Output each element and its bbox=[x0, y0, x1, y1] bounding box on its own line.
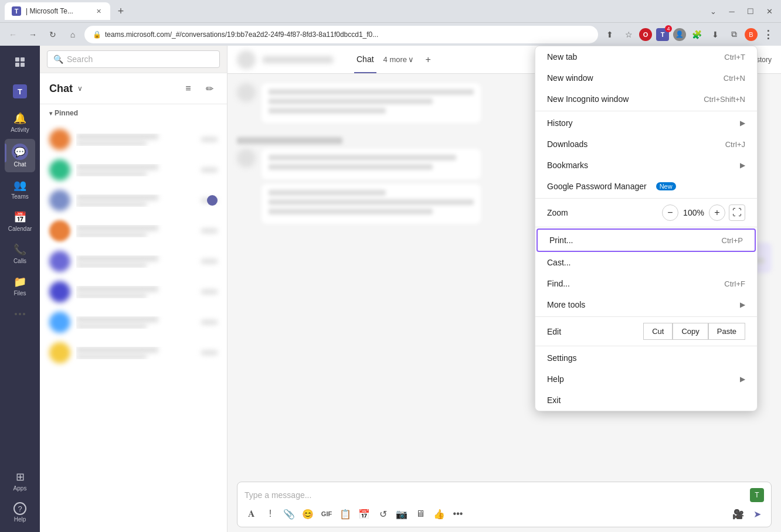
zoom-minus-button[interactable]: − bbox=[662, 204, 678, 221]
chat-item-info bbox=[76, 134, 195, 146]
menu-divider bbox=[535, 227, 757, 227]
puzzle-icon[interactable]: 🧩 bbox=[688, 26, 705, 43]
sidebar-item-teams-logo[interactable]: T bbox=[5, 80, 35, 103]
downloads-item[interactable]: Downloads Ctrl+J bbox=[535, 134, 757, 155]
new-tab-label: New tab bbox=[547, 52, 577, 62]
tab-list-button[interactable]: ⌄ bbox=[706, 4, 720, 18]
restore-button[interactable]: ☐ bbox=[743, 4, 758, 18]
bookmarks-label: Bookmarks bbox=[547, 161, 588, 170]
filter-icon[interactable]: ≡ bbox=[180, 80, 196, 97]
bookmarks-item[interactable]: Bookmarks ▶ bbox=[535, 155, 757, 176]
cut-button[interactable]: Cut bbox=[643, 323, 673, 340]
settings-item[interactable]: Settings bbox=[535, 347, 757, 369]
zoom-plus-button[interactable]: + bbox=[709, 204, 725, 221]
share-screen-icon[interactable]: 🖥 bbox=[413, 507, 427, 521]
close-window-button[interactable]: ✕ bbox=[762, 4, 776, 18]
chat-tab[interactable]: Chat bbox=[354, 46, 376, 73]
share-icon[interactable]: ⬆ bbox=[602, 26, 618, 43]
bookmark-icon[interactable]: ☆ bbox=[620, 26, 637, 43]
find-item[interactable]: Find... Ctrl+F bbox=[535, 273, 757, 294]
new-tab-item[interactable]: New tab Ctrl+T bbox=[535, 46, 757, 67]
sidebar-item-calls[interactable]: 📞 Calls bbox=[5, 238, 35, 269]
chat-item-info bbox=[76, 286, 195, 298]
message-input-area[interactable]: Type a message... T 𝐀 ! 📎 😊 GIF 📋 📅 ↺ 📷 … bbox=[237, 482, 772, 527]
message-line bbox=[269, 190, 386, 196]
address-bar[interactable]: 🔒 teams.microsoft.com/_#/conversations/1… bbox=[84, 26, 598, 43]
sidebar-item-calendar[interactable]: 📅 Calendar bbox=[5, 206, 35, 237]
brave-icon[interactable]: B bbox=[745, 28, 758, 41]
address-bar-row: ← → ↻ ⌂ 🔒 teams.microsoft.com/_#/convers… bbox=[0, 22, 781, 46]
copy-button[interactable]: Copy bbox=[673, 323, 708, 340]
home-button[interactable]: ⌂ bbox=[64, 26, 81, 43]
find-label: Find... bbox=[547, 279, 570, 288]
chat-item-name bbox=[76, 347, 158, 353]
exit-item[interactable]: Exit bbox=[535, 390, 757, 411]
send-button[interactable]: ➤ bbox=[750, 507, 764, 521]
list-item[interactable] bbox=[40, 277, 227, 307]
avatar bbox=[49, 190, 70, 211]
list-item[interactable] bbox=[40, 185, 227, 216]
sidebar-item-apps-launcher[interactable] bbox=[5, 50, 35, 74]
print-item[interactable]: Print... Ctrl+P bbox=[536, 229, 756, 252]
sidebar-item-files[interactable]: 📁 Files bbox=[5, 270, 35, 301]
password-item[interactable]: Google Password Manager New bbox=[535, 176, 757, 197]
zoom-controls: − 100% + ⛶ bbox=[662, 204, 745, 221]
more-tools-item[interactable]: More tools ▶ bbox=[535, 294, 757, 315]
more-options-icon[interactable]: ••• bbox=[451, 507, 465, 521]
forward-button[interactable]: → bbox=[25, 26, 41, 43]
back-button[interactable]: ← bbox=[5, 26, 21, 43]
bookmarks-arrow-icon: ▶ bbox=[740, 161, 745, 169]
list-item[interactable] bbox=[40, 124, 227, 155]
list-item[interactable] bbox=[40, 337, 227, 368]
browser-tab[interactable]: T | Microsoft Te... ✕ bbox=[5, 2, 110, 20]
new-tab-button[interactable]: + bbox=[113, 3, 129, 19]
zoom-expand-button[interactable]: ⛶ bbox=[729, 204, 745, 221]
sidebar-item-help[interactable]: ? Help bbox=[5, 497, 35, 527]
incognito-item[interactable]: New Incognito window Ctrl+Shift+N bbox=[535, 88, 757, 110]
zoom-value: 100% bbox=[682, 208, 705, 217]
alert-icon[interactable]: ! bbox=[263, 507, 277, 521]
opera-icon[interactable]: O bbox=[639, 28, 652, 41]
sidebar-item-apps[interactable]: ⊞ Apps bbox=[5, 465, 35, 496]
list-item[interactable] bbox=[40, 155, 227, 185]
video-icon[interactable]: 📷 bbox=[395, 507, 409, 521]
download-icon[interactable]: ⬇ bbox=[707, 26, 724, 43]
extension-icon[interactable]: 👤 bbox=[673, 28, 686, 41]
message-bubble bbox=[262, 83, 481, 123]
sidebar-item-teams[interactable]: 👥 Teams bbox=[5, 173, 35, 204]
new-window-item[interactable]: New window Ctrl+N bbox=[535, 67, 757, 88]
schedule-icon[interactable]: 📅 bbox=[357, 507, 371, 521]
format-icon[interactable]: 𝐀 bbox=[245, 507, 259, 521]
split-icon[interactable]: ⧉ bbox=[726, 26, 742, 43]
gif-icon[interactable]: GIF bbox=[320, 507, 334, 521]
loop-icon[interactable]: ↺ bbox=[376, 507, 390, 521]
add-tab-button[interactable]: + bbox=[421, 53, 435, 67]
cast-item[interactable]: Cast... bbox=[535, 252, 757, 273]
more-tabs-button[interactable]: 4 more ∨ bbox=[383, 55, 414, 64]
list-item[interactable] bbox=[40, 246, 227, 277]
emoji-icon[interactable]: 😊 bbox=[301, 507, 315, 521]
list-item[interactable] bbox=[40, 216, 227, 246]
camera-icon[interactable]: 🎥 bbox=[731, 507, 745, 521]
tab-close-button[interactable]: ✕ bbox=[94, 6, 103, 16]
sidebar-item-more[interactable] bbox=[5, 302, 35, 326]
chat-item-name bbox=[76, 255, 158, 261]
more-icon bbox=[13, 307, 27, 321]
attach-icon[interactable]: 📎 bbox=[282, 507, 296, 521]
incognito-shortcut: Ctrl+Shift+N bbox=[704, 95, 745, 104]
avatar bbox=[49, 281, 70, 302]
minimize-button[interactable]: ─ bbox=[725, 4, 739, 18]
paste-button[interactable]: Paste bbox=[708, 323, 745, 340]
like-icon[interactable]: 👍 bbox=[432, 507, 446, 521]
reload-button[interactable]: ↻ bbox=[45, 26, 61, 43]
teams-ext-icon[interactable]: T 4 bbox=[654, 26, 671, 43]
sidebar-item-activity[interactable]: 🔔 Activity bbox=[5, 107, 35, 138]
sidebar-item-chat[interactable]: 💬 Chat bbox=[5, 139, 35, 172]
menu-button[interactable]: ⋮ bbox=[760, 26, 776, 43]
new-chat-icon[interactable]: ✏ bbox=[201, 80, 218, 97]
history-item[interactable]: History ▶ bbox=[535, 112, 757, 134]
help-item[interactable]: Help ▶ bbox=[535, 369, 757, 390]
sticker-icon[interactable]: 📋 bbox=[338, 507, 352, 521]
chat-item-time bbox=[201, 259, 218, 264]
list-item[interactable] bbox=[40, 307, 227, 337]
